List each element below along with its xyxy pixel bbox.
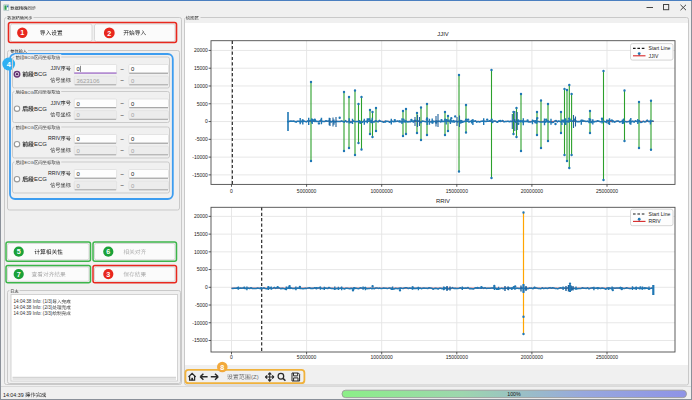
svg-text:BCG: BCG <box>24 55 34 60</box>
svg-text:Start Line: Start Line <box>649 211 671 217</box>
svg-text:~: ~ <box>120 112 124 119</box>
svg-text:10000: 10000 <box>194 249 208 255</box>
svg-text:-15000: -15000 <box>192 172 208 178</box>
svg-text:BCG: BCG <box>24 90 34 95</box>
svg-text:~: ~ <box>120 147 124 154</box>
svg-text:14:04:39 Info: (3/3): 14:04:39 Info: (3/3) <box>14 311 53 316</box>
svg-text:2: 2 <box>107 29 111 38</box>
svg-text:~: ~ <box>120 171 124 178</box>
svg-text:ECG: ECG <box>34 176 47 182</box>
svg-text:20000: 20000 <box>194 213 208 219</box>
svg-text:14:04:38 Info: (2/3): 14:04:38 Info: (2/3) <box>14 305 53 310</box>
svg-text:25000000: 25000000 <box>596 188 618 194</box>
svg-text:-15000: -15000 <box>192 337 208 343</box>
svg-text:0: 0 <box>205 118 208 124</box>
svg-text:~: ~ <box>120 182 124 189</box>
svg-text:14:04:39: 14:04:39 <box>3 392 24 398</box>
svg-text:~: ~ <box>120 136 124 143</box>
svg-text:10000: 10000 <box>194 83 208 89</box>
svg-text:15000000: 15000000 <box>446 354 468 360</box>
svg-text:0: 0 <box>230 354 233 360</box>
svg-text:1: 1 <box>20 28 24 37</box>
svg-text:25000000: 25000000 <box>596 354 618 360</box>
svg-text:5000000: 5000000 <box>297 354 317 360</box>
svg-text:20000000: 20000000 <box>521 188 543 194</box>
svg-text:8: 8 <box>220 363 224 372</box>
svg-text:0: 0 <box>230 188 233 194</box>
svg-text:JJIV: JJIV <box>437 31 449 37</box>
svg-text:20000: 20000 <box>194 47 208 53</box>
svg-text:~: ~ <box>120 100 124 107</box>
svg-text:BCG: BCG <box>34 71 47 77</box>
svg-text:~: ~ <box>120 66 124 73</box>
svg-text:-5000: -5000 <box>195 136 208 142</box>
svg-text:5000: 5000 <box>197 266 208 272</box>
svg-text:JJIV: JJIV <box>50 65 61 71</box>
svg-text:15000000: 15000000 <box>446 188 468 194</box>
svg-text:JJIV: JJIV <box>50 100 61 106</box>
svg-text:10000000: 10000000 <box>371 354 393 360</box>
svg-text:10000000: 10000000 <box>371 188 393 194</box>
svg-text:15000: 15000 <box>194 231 208 237</box>
svg-text:Start Line: Start Line <box>649 45 671 51</box>
svg-text:-10000: -10000 <box>192 154 208 160</box>
svg-text:100%: 100% <box>507 391 521 397</box>
svg-text:5000000: 5000000 <box>297 188 317 194</box>
svg-text:RRIV: RRIV <box>649 218 662 224</box>
svg-text:-10000: -10000 <box>192 320 208 326</box>
svg-text:RRIV: RRIV <box>48 170 61 176</box>
svg-text:3623106: 3623106 <box>77 78 101 84</box>
svg-text:7: 7 <box>17 270 21 279</box>
svg-text:ECG: ECG <box>24 125 34 130</box>
svg-text:14:04:38 Info: (1/3): 14:04:38 Info: (1/3) <box>14 299 53 304</box>
svg-text:15000: 15000 <box>194 65 208 71</box>
svg-text:0: 0 <box>205 284 208 290</box>
svg-text:3: 3 <box>106 270 110 279</box>
svg-text:RRIV: RRIV <box>436 198 450 204</box>
svg-text:5000: 5000 <box>197 101 208 107</box>
svg-text:BCG: BCG <box>34 106 47 112</box>
svg-text:RRIV: RRIV <box>48 135 61 141</box>
svg-text:6: 6 <box>106 247 110 256</box>
svg-text:JJIV: JJIV <box>649 53 660 59</box>
svg-text:ECG: ECG <box>34 141 47 147</box>
svg-text:-5000: -5000 <box>195 302 208 308</box>
svg-text:ECG: ECG <box>24 160 34 165</box>
svg-text:5: 5 <box>17 247 21 256</box>
svg-text:20000000: 20000000 <box>521 354 543 360</box>
svg-text:(Z): (Z) <box>251 374 259 380</box>
svg-text:~: ~ <box>120 77 124 84</box>
